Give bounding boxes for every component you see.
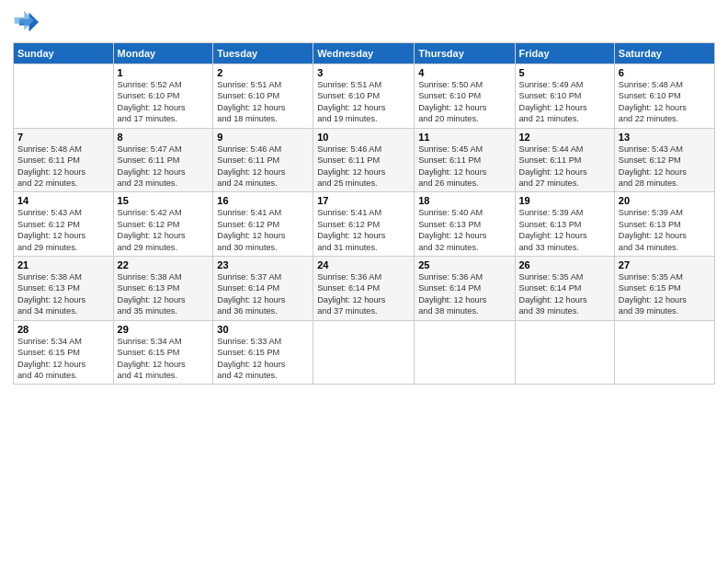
calendar-cell: 5Sunrise: 5:49 AMSunset: 6:10 PMDaylight… [515,64,614,129]
day-info: Sunrise: 5:52 AMSunset: 6:10 PMDaylight:… [118,79,210,125]
calendar-week-2: 7Sunrise: 5:48 AMSunset: 6:11 PMDaylight… [14,128,715,192]
calendar-header-saturday: Saturday [614,43,714,64]
day-info: Sunrise: 5:36 AMSunset: 6:14 PMDaylight:… [317,271,410,317]
logo-icon [13,9,39,35]
day-number: 2 [217,67,309,78]
calendar-cell: 16Sunrise: 5:41 AMSunset: 6:12 PMDayligh… [213,192,313,257]
calendar-cell: 1Sunrise: 5:52 AMSunset: 6:10 PMDaylight… [113,64,213,129]
day-info: Sunrise: 5:38 AMSunset: 6:13 PMDaylight:… [118,271,210,317]
calendar-cell [14,64,114,129]
calendar-cell: 15Sunrise: 5:42 AMSunset: 6:12 PMDayligh… [113,192,213,257]
calendar-cell: 17Sunrise: 5:41 AMSunset: 6:12 PMDayligh… [313,192,415,257]
calendar-cell: 24Sunrise: 5:36 AMSunset: 6:14 PMDayligh… [313,257,415,321]
day-number: 29 [118,324,210,335]
day-info: Sunrise: 5:38 AMSunset: 6:13 PMDaylight:… [17,271,109,317]
day-number: 16 [217,195,309,206]
day-info: Sunrise: 5:42 AMSunset: 6:12 PMDaylight:… [118,207,210,253]
day-info: Sunrise: 5:35 AMSunset: 6:14 PMDaylight:… [519,271,610,317]
calendar-cell: 10Sunrise: 5:46 AMSunset: 6:11 PMDayligh… [313,128,415,192]
calendar-cell: 30Sunrise: 5:33 AMSunset: 6:15 PMDayligh… [213,320,313,385]
day-info: Sunrise: 5:39 AMSunset: 6:13 PMDaylight:… [619,207,711,253]
calendar-cell: 27Sunrise: 5:35 AMSunset: 6:15 PMDayligh… [614,257,714,321]
day-number: 4 [418,67,510,78]
calendar-cell: 25Sunrise: 5:36 AMSunset: 6:14 PMDayligh… [415,257,515,321]
day-number: 3 [317,67,410,78]
calendar-cell [614,320,714,385]
day-number: 15 [118,195,210,206]
day-info: Sunrise: 5:36 AMSunset: 6:14 PMDaylight:… [418,271,510,317]
day-info: Sunrise: 5:46 AMSunset: 6:11 PMDaylight:… [217,144,309,190]
day-number: 9 [217,132,309,143]
day-number: 10 [317,132,410,143]
day-info: Sunrise: 5:46 AMSunset: 6:11 PMDaylight:… [317,144,410,190]
calendar-week-5: 28Sunrise: 5:34 AMSunset: 6:15 PMDayligh… [14,320,715,385]
day-info: Sunrise: 5:43 AMSunset: 6:12 PMDaylight:… [619,144,711,190]
calendar-header-tuesday: Tuesday [213,43,313,64]
calendar-cell [515,320,614,385]
day-info: Sunrise: 5:47 AMSunset: 6:11 PMDaylight:… [118,144,210,190]
day-number: 13 [619,132,711,143]
calendar-cell: 21Sunrise: 5:38 AMSunset: 6:13 PMDayligh… [14,257,114,321]
day-number: 30 [217,324,309,335]
day-number: 6 [619,67,711,78]
calendar-cell: 22Sunrise: 5:38 AMSunset: 6:13 PMDayligh… [113,257,213,321]
day-number: 18 [418,195,510,206]
day-number: 25 [418,259,510,270]
calendar-cell [313,320,415,385]
calendar-cell [415,320,515,385]
calendar-header-monday: Monday [113,43,213,64]
day-info: Sunrise: 5:44 AMSunset: 6:11 PMDaylight:… [519,144,610,190]
calendar-week-3: 14Sunrise: 5:43 AMSunset: 6:12 PMDayligh… [14,192,715,257]
day-info: Sunrise: 5:43 AMSunset: 6:12 PMDaylight:… [17,207,109,253]
day-number: 12 [519,132,610,143]
calendar-cell: 2Sunrise: 5:51 AMSunset: 6:10 PMDaylight… [213,64,313,129]
day-info: Sunrise: 5:50 AMSunset: 6:10 PMDaylight:… [418,79,510,125]
calendar-cell: 28Sunrise: 5:34 AMSunset: 6:15 PMDayligh… [14,320,114,385]
calendar-cell: 12Sunrise: 5:44 AMSunset: 6:11 PMDayligh… [515,128,614,192]
calendar-cell: 20Sunrise: 5:39 AMSunset: 6:13 PMDayligh… [614,192,714,257]
day-info: Sunrise: 5:40 AMSunset: 6:13 PMDaylight:… [418,207,510,253]
day-number: 20 [619,195,711,206]
calendar-cell: 8Sunrise: 5:47 AMSunset: 6:11 PMDaylight… [113,128,213,192]
calendar-cell: 11Sunrise: 5:45 AMSunset: 6:11 PMDayligh… [415,128,515,192]
calendar-cell: 23Sunrise: 5:37 AMSunset: 6:14 PMDayligh… [213,257,313,321]
page: SundayMondayTuesdayWednesdayThursdayFrid… [0,0,728,563]
day-info: Sunrise: 5:49 AMSunset: 6:10 PMDaylight:… [519,79,610,125]
calendar-cell: 3Sunrise: 5:51 AMSunset: 6:10 PMDaylight… [313,64,415,129]
calendar-header-friday: Friday [515,43,614,64]
calendar-header-sunday: Sunday [14,43,114,64]
day-info: Sunrise: 5:51 AMSunset: 6:10 PMDaylight:… [317,79,410,125]
calendar-cell: 26Sunrise: 5:35 AMSunset: 6:14 PMDayligh… [515,257,614,321]
calendar-week-1: 1Sunrise: 5:52 AMSunset: 6:10 PMDaylight… [14,64,715,129]
day-info: Sunrise: 5:48 AMSunset: 6:10 PMDaylight:… [619,79,711,125]
calendar-table: SundayMondayTuesdayWednesdayThursdayFrid… [13,42,715,385]
day-info: Sunrise: 5:33 AMSunset: 6:15 PMDaylight:… [217,336,309,382]
day-info: Sunrise: 5:35 AMSunset: 6:15 PMDaylight:… [619,271,711,317]
day-number: 8 [118,132,210,143]
day-info: Sunrise: 5:41 AMSunset: 6:12 PMDaylight:… [217,207,309,253]
calendar-header-row: SundayMondayTuesdayWednesdayThursdayFrid… [14,43,715,64]
day-number: 1 [118,67,210,78]
day-info: Sunrise: 5:34 AMSunset: 6:15 PMDaylight:… [118,336,210,382]
calendar-header-wednesday: Wednesday [313,43,415,64]
day-number: 19 [519,195,610,206]
calendar-cell: 4Sunrise: 5:50 AMSunset: 6:10 PMDaylight… [415,64,515,129]
day-number: 14 [17,195,109,206]
calendar-cell: 18Sunrise: 5:40 AMSunset: 6:13 PMDayligh… [415,192,515,257]
day-number: 21 [17,259,109,270]
day-info: Sunrise: 5:48 AMSunset: 6:11 PMDaylight:… [17,144,109,190]
logo [13,9,42,35]
header [13,9,715,35]
day-info: Sunrise: 5:45 AMSunset: 6:11 PMDaylight:… [418,144,510,190]
calendar-cell: 9Sunrise: 5:46 AMSunset: 6:11 PMDaylight… [213,128,313,192]
calendar-week-4: 21Sunrise: 5:38 AMSunset: 6:13 PMDayligh… [14,257,715,321]
calendar-cell: 19Sunrise: 5:39 AMSunset: 6:13 PMDayligh… [515,192,614,257]
calendar-cell: 14Sunrise: 5:43 AMSunset: 6:12 PMDayligh… [14,192,114,257]
day-info: Sunrise: 5:34 AMSunset: 6:15 PMDaylight:… [17,336,109,382]
calendar-cell: 29Sunrise: 5:34 AMSunset: 6:15 PMDayligh… [113,320,213,385]
day-number: 11 [418,132,510,143]
day-number: 28 [17,324,109,335]
day-number: 7 [17,132,109,143]
calendar-header-thursday: Thursday [415,43,515,64]
day-number: 27 [619,259,711,270]
